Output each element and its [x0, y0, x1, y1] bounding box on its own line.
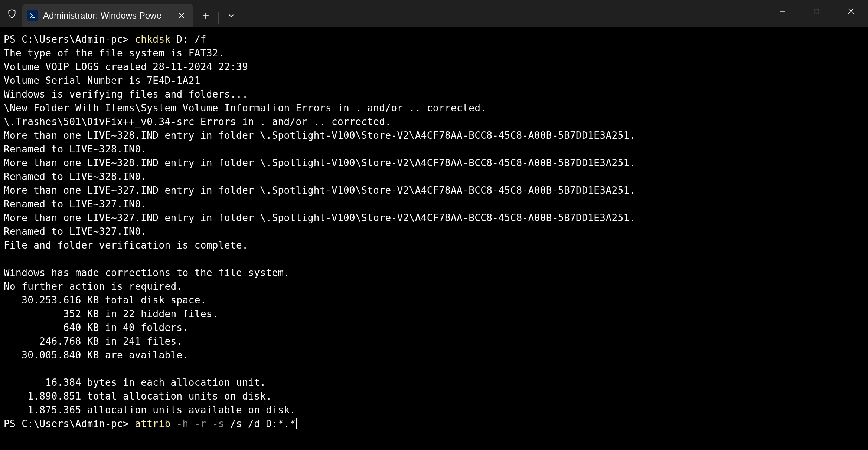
output-line: 1.875.365 allocation units available on … — [4, 404, 296, 415]
new-tab-button[interactable] — [193, 4, 218, 27]
tab-title: Administrator: Windows Powe — [43, 10, 172, 21]
command-1-args: D: /f — [171, 34, 206, 45]
maximize-button[interactable] — [800, 0, 834, 22]
text-cursor — [296, 418, 297, 429]
output-line: 30.005.840 KB are available. — [4, 349, 189, 361]
output-line: 16.384 bytes in each allocation unit. — [4, 377, 266, 388]
output-line: The type of the file system is FAT32. — [4, 47, 224, 59]
output-line: Volume VOIP LOGS created 28-11-2024 22:3… — [4, 61, 248, 72]
output-line: Windows is verifying files and folders..… — [4, 89, 248, 100]
output-line: \New Folder With Items\System Volume Inf… — [4, 102, 486, 114]
shield-icon — [7, 9, 17, 19]
terminal-content[interactable]: PS C:\Users\Admin-pc> chkdsk D: /f The t… — [0, 27, 868, 450]
output-line: No further action is required. — [4, 281, 183, 292]
tab-active[interactable]: Administrator: Windows Powe — [22, 4, 193, 27]
prompt-2: PS C:\Users\Admin-pc> — [4, 418, 135, 429]
output-line: 1.890.851 total allocation units on disk… — [4, 391, 272, 402]
command-1-name: chkdsk — [135, 34, 170, 45]
tab-dropdown-button[interactable] — [219, 4, 244, 27]
titlebar: Administrator: Windows Powe — [0, 0, 868, 27]
prompt-1: PS C:\Users\Admin-pc> — [4, 34, 135, 45]
output-line: More than one LIVE~328.IND entry in fold… — [4, 157, 636, 168]
output-line: Renamed to LIVE~327.IN0. — [4, 198, 147, 210]
output-line: More than one LIVE~327.IND entry in fold… — [4, 212, 636, 223]
minimize-button[interactable] — [766, 0, 800, 22]
command-2-name: attrib — [135, 418, 170, 429]
output-line: 352 KB in 22 hidden files. — [4, 308, 218, 319]
powershell-icon — [27, 10, 38, 21]
titlebar-shield-area — [0, 0, 19, 27]
output-line: 246.768 KB in 241 files. — [4, 336, 183, 347]
output-line: 30.253.616 KB total disk space. — [4, 295, 206, 306]
window-controls — [766, 0, 868, 27]
titlebar-drag-area[interactable] — [244, 0, 766, 27]
close-window-button[interactable] — [834, 0, 868, 22]
command-2-flags: -h -r -s — [171, 418, 224, 429]
output-line: \.Trashes\501\DivFix++_v0.34-src Errors … — [4, 116, 391, 127]
tab-actions — [193, 4, 244, 27]
output-line: Renamed to LIVE~327.IN0. — [4, 226, 147, 237]
command-2-args: /s /d D:*.* — [224, 418, 296, 429]
output-line: Volume Serial Number is 7E4D-1A21 — [4, 75, 200, 86]
output-line: File and folder verification is complete… — [4, 240, 248, 251]
output-line: 640 KB in 40 folders. — [4, 322, 189, 333]
output-line: More than one LIVE~328.IND entry in fold… — [4, 130, 636, 141]
output-line: Windows has made corrections to the file… — [4, 267, 290, 278]
terminal-window: Administrator: Windows Powe — [0, 0, 868, 450]
output-line: Renamed to LIVE~328.IN0. — [4, 171, 147, 182]
output-line: Renamed to LIVE~328.IN0. — [4, 144, 147, 155]
tab-close-button[interactable] — [177, 11, 186, 20]
output-line: More than one LIVE~327.IND entry in fold… — [4, 185, 636, 196]
svg-rect-7 — [815, 9, 819, 13]
